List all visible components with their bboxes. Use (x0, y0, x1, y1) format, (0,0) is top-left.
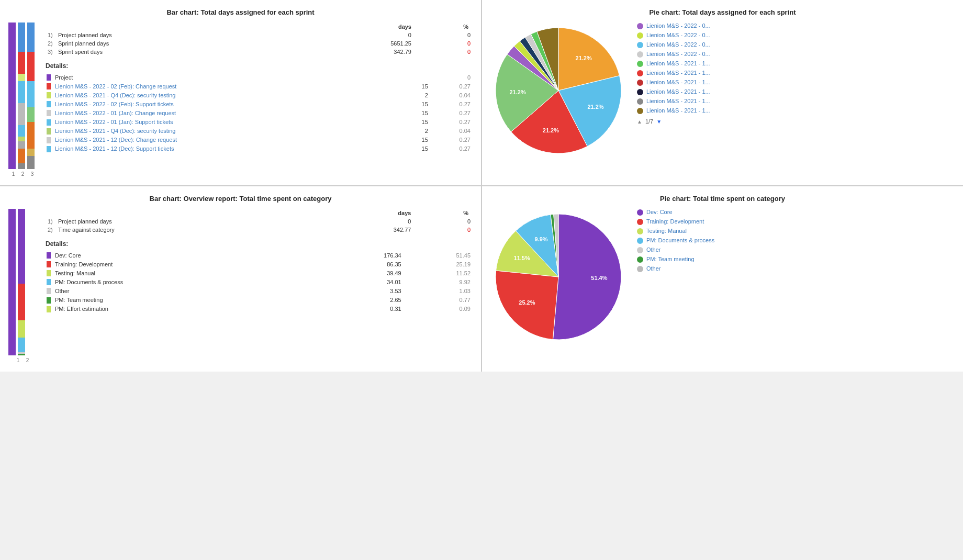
prev-page-icon[interactable]: ▲ (637, 119, 642, 125)
legend-label: Lienion M&S - 2021 - 1... (646, 88, 710, 95)
detail-label: Project (53, 73, 401, 82)
metric-pct: 0 (415, 226, 473, 234)
days-header: days (301, 23, 416, 31)
details-title-bottom: Details: (46, 240, 473, 248)
detail-days: 176.34 (322, 251, 404, 260)
legend-label: Lienion M&S - 2021 - 1... (646, 70, 710, 76)
pie-label: 21.2% (587, 104, 603, 110)
bar-segment (27, 122, 35, 148)
detail-color-dot (47, 288, 51, 294)
top-right-panel: Pie chart: Total days assigned for each … (482, 0, 963, 185)
detail-pct: 11.52 (404, 268, 473, 277)
detail-label[interactable]: Lienion M&S - 2021 - 12 (Dec): Change re… (53, 136, 401, 144)
detail-days: 15 (401, 136, 430, 144)
detail-label[interactable]: Lienion M&S - 2022 - 01 (Jan): Change re… (53, 108, 401, 117)
detail-pct: 0.04 (430, 127, 473, 136)
detail-days: 15 (401, 117, 430, 126)
bottom-right-pie-container: 51.4%25.2%11.5%9.9% (490, 209, 626, 345)
pie-label: 11.5% (514, 255, 530, 261)
legend-item: Other (637, 247, 955, 253)
detail-row: Project 0 (46, 73, 473, 82)
legend-label: Lienion M&S - 2022 - 0... (646, 32, 710, 38)
top-left-chart-area: 123 days % 1) Project planned days 0 0 2 (8, 23, 473, 177)
detail-row: Lienion M&S - 2021 - Q4 (Dec): security … (46, 91, 473, 99)
bottom-right-pie-area: 51.4%25.2%11.5%9.9% Dev: Core Training: … (490, 209, 955, 345)
metric-pct: 0 (415, 217, 473, 226)
detail-days: 2.65 (322, 295, 404, 304)
legend-color (637, 247, 643, 253)
metric-num: 2) (46, 226, 56, 234)
detail-row: Testing: Manual 39.49 11.52 (46, 268, 473, 277)
pagination-label: 1/7 (645, 118, 653, 125)
detail-label[interactable]: Lienion M&S - 2021 - Q4 (Dec): security … (53, 91, 401, 99)
metric-row: 1) Project planned days 0 0 (46, 217, 473, 226)
pct-header-b: % (415, 209, 473, 217)
bottom-right-panel: Pie chart: Total time spent on category … (482, 186, 963, 372)
bar-col (8, 23, 16, 169)
detail-color-cell (46, 117, 53, 126)
details-table-bottom: Dev: Core 176.34 51.45 Training: Develop… (46, 251, 473, 313)
detail-label[interactable]: Lienion M&S - 2021 - Q4 (Dec): security … (53, 127, 401, 136)
legend-item: Training: Development (637, 218, 955, 225)
detail-days: 15 (401, 108, 430, 117)
legend-color (637, 209, 643, 216)
legend-item: Lienion M&S - 2021 - 1... (637, 88, 955, 95)
detail-color-dot (47, 83, 51, 89)
legend-label: Lienion M&S - 2022 - 0... (646, 41, 710, 48)
top-right-pagination: ▲ 1/7 ▼ (637, 118, 955, 125)
pie-label: 9.9% (534, 236, 547, 242)
next-page-icon[interactable]: ▼ (656, 119, 662, 125)
legend-item: Lienion M&S - 2021 - 1... (637, 79, 955, 86)
detail-label: Training: Development (53, 260, 322, 268)
legend-item: Lienion M&S - 2021 - 1... (637, 60, 955, 67)
detail-label[interactable]: Lienion M&S - 2022 - 02 (Feb): Change re… (53, 82, 401, 91)
detail-label[interactable]: Lienion M&S - 2022 - 02 (Feb): Support t… (53, 99, 401, 108)
metric-days: 342.79 (301, 48, 416, 56)
bar-segment (8, 23, 16, 169)
legend-color (637, 23, 643, 29)
detail-color-dot (47, 128, 51, 135)
detail-days (401, 73, 430, 82)
detail-color-cell (46, 108, 53, 117)
detail-label[interactable]: Lienion M&S - 2021 - 12 (Dec): Support t… (53, 144, 401, 153)
metric-pct: 0 (416, 31, 473, 39)
detail-label: PM: Documents & process (53, 277, 322, 286)
detail-days: 15 (401, 99, 430, 108)
legend-label: Lienion M&S - 2022 - 0... (646, 51, 710, 57)
detail-days: 39.49 (322, 268, 404, 277)
bar-segment (18, 52, 25, 74)
detail-row: Lienion M&S - 2022 - 01 (Jan): Change re… (46, 108, 473, 117)
metric-days: 5651.25 (301, 39, 416, 48)
pie-label: 25.2% (519, 299, 535, 306)
detail-days: 15 (401, 82, 430, 91)
detail-days: 0.31 (322, 305, 404, 313)
bar-segment (18, 23, 25, 52)
legend-label: Lienion M&S - 2021 - 1... (646, 107, 710, 114)
pie-slice (553, 214, 621, 340)
metric-num: 1) (46, 217, 56, 226)
legend-color (637, 42, 643, 48)
bar-segment (27, 81, 35, 107)
detail-pct: 0.27 (430, 82, 473, 91)
detail-color-dot (47, 110, 51, 116)
metric-num: 1) (46, 31, 56, 39)
detail-row: Training: Development 86.35 25.19 (46, 260, 473, 268)
detail-pct: 51.45 (404, 251, 473, 260)
legend-label: Lienion M&S - 2021 - 1... (646, 60, 710, 66)
bar-axis-label: 1 (10, 171, 17, 177)
bar-segment (18, 141, 25, 149)
detail-label[interactable]: Lienion M&S - 2022 - 01 (Jan): Support t… (53, 117, 401, 126)
detail-days: 34.01 (322, 277, 404, 286)
legend-color (637, 266, 643, 272)
detail-row: Lienion M&S - 2022 - 01 (Jan): Support t… (46, 117, 473, 126)
bar-col (18, 209, 25, 355)
metric-pct: 0 (416, 39, 473, 48)
legend-color (637, 89, 643, 95)
detail-color-dot (47, 297, 51, 304)
bar-segment (27, 107, 35, 122)
bar-visual-bottom (8, 209, 37, 355)
metric-days: 342.77 (313, 226, 415, 234)
legend-color (637, 32, 643, 39)
bar-segment (18, 81, 25, 103)
bar-segment (18, 163, 25, 169)
